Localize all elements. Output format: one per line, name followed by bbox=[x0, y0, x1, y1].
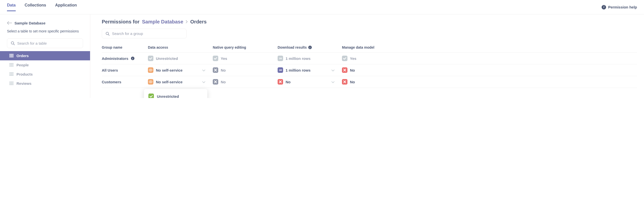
sidebar-search-input[interactable] bbox=[17, 41, 79, 46]
svg-rect-28 bbox=[10, 82, 11, 82]
svg-rect-24 bbox=[12, 74, 14, 74]
svg-rect-14 bbox=[11, 64, 12, 65]
arrow-left-icon bbox=[7, 20, 12, 26]
check-icon bbox=[213, 56, 218, 61]
data-access-dropdown: Unrestricted Sandboxed bbox=[144, 89, 207, 98]
x-icon bbox=[342, 67, 348, 73]
table-row: Customers No self-service bbox=[102, 76, 637, 88]
native-query-cell: No bbox=[213, 67, 278, 73]
tab-data[interactable]: Data bbox=[7, 3, 16, 11]
col-data-access: Data access bbox=[148, 46, 213, 50]
table-row: Administrators i Unrestricted Yes 1M 1 m… bbox=[102, 52, 637, 64]
chevron-down-icon bbox=[332, 80, 334, 84]
svg-rect-20 bbox=[11, 72, 12, 73]
info-icon[interactable]: i bbox=[131, 56, 134, 60]
col-download-results: Download results i bbox=[278, 46, 342, 50]
sidebar-item-products[interactable]: Products bbox=[0, 70, 90, 79]
main-search-input[interactable] bbox=[112, 32, 183, 36]
svg-rect-5 bbox=[11, 55, 12, 56]
svg-rect-32 bbox=[11, 83, 12, 84]
svg-rect-4 bbox=[10, 55, 11, 56]
breadcrumb-back[interactable]: Sample Database bbox=[0, 19, 90, 28]
svg-rect-22 bbox=[10, 74, 11, 74]
main-search[interactable] bbox=[102, 29, 186, 38]
svg-rect-13 bbox=[10, 64, 11, 65]
data-access-cell[interactable]: No self-service Unrestricted bbox=[148, 79, 213, 84]
sidebar-hint: Select a table to set more specific perm… bbox=[0, 28, 90, 38]
svg-rect-27 bbox=[12, 75, 14, 76]
eye-icon bbox=[148, 79, 154, 84]
manage-data-model-cell: Yes bbox=[342, 56, 637, 61]
search-icon bbox=[106, 32, 110, 36]
sidebar-item-label: Orders bbox=[16, 54, 29, 58]
tab-application[interactable]: Application bbox=[55, 3, 77, 11]
svg-rect-35 bbox=[11, 84, 12, 85]
breadcrumb-database-link[interactable]: Sample Database bbox=[142, 19, 183, 25]
download-results-cell[interactable]: 1M 1 million rows bbox=[278, 67, 342, 73]
table-icon bbox=[10, 63, 14, 66]
download-results-cell[interactable]: No bbox=[278, 79, 342, 84]
svg-rect-10 bbox=[10, 63, 11, 64]
table-header: Group name Data access Native query edit… bbox=[102, 42, 637, 52]
svg-rect-25 bbox=[10, 75, 11, 76]
data-access-cell[interactable]: No self-service bbox=[148, 67, 213, 73]
sidebar-item-orders[interactable]: Orders bbox=[0, 51, 90, 60]
svg-rect-2 bbox=[11, 54, 12, 55]
svg-rect-33 bbox=[12, 83, 14, 84]
table-icon bbox=[10, 54, 14, 57]
svg-point-41 bbox=[150, 81, 151, 82]
sidebar-item-reviews[interactable]: Reviews bbox=[0, 79, 90, 88]
svg-rect-26 bbox=[11, 75, 12, 76]
info-icon[interactable]: i bbox=[308, 46, 312, 49]
svg-rect-3 bbox=[12, 54, 14, 55]
sidebar-item-label: Products bbox=[16, 72, 33, 76]
x-icon bbox=[213, 67, 218, 73]
sidebar-search[interactable] bbox=[7, 38, 83, 48]
manage-data-model-cell: No bbox=[342, 67, 637, 73]
dropdown-option-unrestricted[interactable]: Unrestricted bbox=[144, 91, 207, 98]
top-nav: Data Collections Application i Permissio… bbox=[0, 0, 644, 14]
svg-rect-29 bbox=[11, 82, 12, 82]
svg-rect-9 bbox=[12, 56, 14, 57]
svg-rect-23 bbox=[11, 74, 12, 74]
check-icon bbox=[148, 56, 154, 61]
top-nav-tabs: Data Collections Application bbox=[7, 3, 77, 11]
data-access-cell: Unrestricted bbox=[148, 56, 213, 61]
x-icon bbox=[342, 79, 348, 84]
svg-rect-11 bbox=[11, 63, 12, 64]
eye-icon bbox=[148, 67, 154, 73]
x-icon bbox=[213, 79, 218, 84]
search-icon bbox=[11, 41, 15, 45]
svg-point-39 bbox=[150, 70, 151, 70]
table-icon bbox=[10, 72, 14, 76]
million-rows-icon: 1M bbox=[278, 67, 283, 73]
download-results-cell: 1M 1 million rows bbox=[278, 56, 342, 61]
chevron-down-icon bbox=[202, 80, 205, 84]
chevron-right-icon bbox=[186, 20, 188, 24]
tab-collections[interactable]: Collections bbox=[25, 3, 46, 11]
svg-rect-17 bbox=[11, 66, 12, 66]
chevron-down-icon bbox=[332, 68, 334, 72]
sidebar-item-label: Reviews bbox=[16, 81, 32, 86]
svg-rect-31 bbox=[10, 83, 11, 84]
svg-rect-8 bbox=[11, 56, 12, 57]
main-content: Permissions for Sample Database Orders G… bbox=[90, 14, 644, 98]
col-group-name: Group name bbox=[102, 46, 148, 50]
check-icon bbox=[342, 56, 348, 61]
check-icon bbox=[148, 94, 154, 98]
breadcrumb: Permissions for Sample Database Orders bbox=[102, 19, 637, 25]
svg-rect-21 bbox=[12, 72, 14, 73]
col-native-query: Native query editing bbox=[213, 46, 278, 50]
sidebar-item-people[interactable]: People bbox=[0, 60, 90, 70]
svg-rect-34 bbox=[10, 84, 11, 85]
svg-rect-1 bbox=[10, 54, 11, 55]
svg-rect-19 bbox=[10, 72, 11, 73]
group-name-cell: All Users bbox=[102, 68, 148, 72]
info-icon: i bbox=[602, 5, 606, 10]
x-icon bbox=[278, 79, 283, 84]
permission-help-link[interactable]: i Permission help bbox=[602, 5, 637, 10]
svg-rect-16 bbox=[10, 66, 11, 66]
native-query-cell: No bbox=[213, 79, 278, 84]
breadcrumb-back-label: Sample Database bbox=[14, 21, 46, 25]
group-name-cell: Administrators i bbox=[102, 56, 148, 60]
